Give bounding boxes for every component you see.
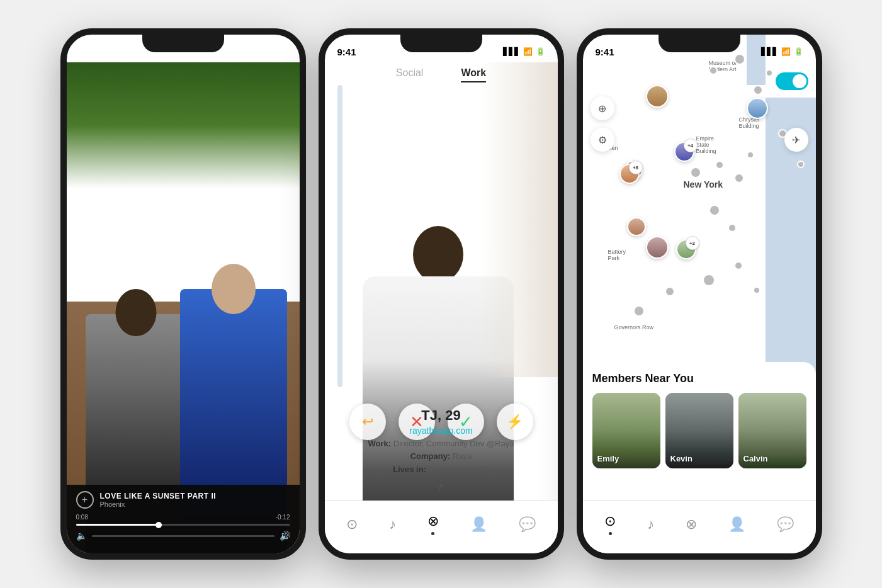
battery-icon-3: 🔋 <box>794 47 803 56</box>
bottom-nav-3: ⊙ ♪ ⊗ 👤 💬 <box>583 500 816 553</box>
anon-dot-2 <box>709 66 718 75</box>
nav-active-dot-3 <box>609 532 612 535</box>
anon-dot-9 <box>709 205 720 216</box>
volume-min-icon: 🔈 <box>76 531 87 541</box>
nav-user-3[interactable]: 👤 <box>728 516 745 533</box>
avatar-pin-1[interactable] <box>646 85 669 108</box>
nav-profile-3[interactable]: ⊗ <box>686 516 697 533</box>
profile-name: TJ, 29 <box>337 407 545 424</box>
avatar-stack-2[interactable]: +2 <box>676 239 696 259</box>
music-add-btn[interactable]: + <box>76 491 94 509</box>
nav-map-3[interactable]: ⊙ <box>604 513 616 535</box>
artist-name: Phoenix <box>100 500 290 508</box>
avatar-pin-5[interactable] <box>646 236 669 259</box>
tab-row: Social Work <box>325 62 558 88</box>
nav-active-dot-2 <box>431 532 434 535</box>
greenery-overlay <box>67 62 300 188</box>
settings-btn[interactable]: ⚙ <box>591 128 614 152</box>
map-icon-3: ⊙ <box>604 513 616 529</box>
send-btn[interactable]: ✈ <box>784 128 808 152</box>
anon-dot-15 <box>665 286 675 297</box>
anon-dot-3 <box>753 85 763 95</box>
location-toggle[interactable] <box>776 72 808 90</box>
anon-dot-16 <box>633 305 645 317</box>
notch-1 <box>142 35 224 52</box>
profile-work: Work: Director, Community Dev @Raya <box>337 438 545 451</box>
music-icon-2: ♪ <box>389 516 396 533</box>
company-value: Raya <box>453 451 472 461</box>
tab-work[interactable]: Work <box>461 67 486 82</box>
member-card-emily[interactable]: Emily <box>592 393 660 468</box>
avatar-stack-4[interactable]: +4 <box>674 142 694 162</box>
company-label: Company: <box>410 451 451 461</box>
notch-2 <box>400 35 482 52</box>
member-card-calvin[interactable]: Calvin <box>738 393 806 468</box>
profile-info: TJ, 29 rayatheapp.com Work: Director, Co… <box>325 407 558 494</box>
count-plus4: +4 <box>684 139 698 152</box>
anon-dot-7 <box>734 173 744 183</box>
nav-chat-3[interactable]: 💬 <box>777 516 794 533</box>
nav-user-2[interactable]: 👤 <box>470 516 487 533</box>
members-title: Members Near You <box>592 372 806 385</box>
signal-icon: ▋▋▋ <box>503 47 520 56</box>
phone-1: + LOVE LIKE A SUNSET PART II Phoenix 0:0… <box>60 28 306 560</box>
battery-icon: 🔋 <box>536 47 545 56</box>
battery-label: BatteryPark <box>608 249 626 261</box>
notch-3 <box>659 35 740 52</box>
avatar-pin-3[interactable] <box>747 98 768 119</box>
song-title: LOVE LIKE A SUNSET PART II <box>100 492 290 500</box>
nav-profile-2[interactable]: ⊗ <box>427 513 439 535</box>
member-name-kevin: Kevin <box>670 454 693 463</box>
avatar-pin-4[interactable] <box>627 217 646 236</box>
count-plus8: +8 <box>629 161 643 174</box>
progress-fill <box>76 524 162 526</box>
avatar-stack-8[interactable]: +8 <box>619 164 640 184</box>
nav-chat-2[interactable]: 💬 <box>519 516 536 533</box>
profile-company: Company: Raya <box>337 450 545 463</box>
anon-dot-5 <box>690 167 701 178</box>
lives-label: Lives in: <box>393 465 426 474</box>
man-head <box>413 226 463 283</box>
volume-bar[interactable] <box>92 535 274 537</box>
music-player: + LOVE LIKE A SUNSET PART II Phoenix 0:0… <box>67 485 300 553</box>
phone-2: 9:41 ▋▋▋ 📶 🔋 Social Work ↩ ✕ ✓ ⚡ TJ, 29 … <box>319 28 564 560</box>
city-label: New York <box>684 179 723 189</box>
wifi-icon-3: 📶 <box>781 47 791 56</box>
phone-3: 9:41 ▋▋▋ 📶 🔋 New York Hoboken Museum <box>577 28 822 560</box>
members-grid: Emily Kevin Calvin <box>592 393 806 468</box>
chat-icon-3: 💬 <box>777 516 794 533</box>
toggle-dot <box>793 74 806 88</box>
wifi-icon: 📶 <box>523 47 533 56</box>
profile-location: Lives in: Los Angeles, CA <box>337 463 545 477</box>
status-time-3: 9:41 <box>596 47 614 57</box>
empire-label: EmpireStateBuilding <box>696 135 716 154</box>
anon-dot-10 <box>728 223 737 232</box>
lives-value: Los Angeles, CA <box>429 465 489 474</box>
work-label: Work: <box>368 439 392 448</box>
anon-dot-6 <box>715 161 724 169</box>
profile-chevron[interactable]: ∧ <box>337 480 545 494</box>
member-name-emily: Emily <box>597 454 619 463</box>
chat-icon-2: 💬 <box>519 516 536 533</box>
location-btn[interactable]: ⊕ <box>591 96 614 120</box>
nav-music-2[interactable]: ♪ <box>389 516 396 533</box>
anon-dot-4 <box>766 69 773 77</box>
music-title: LOVE LIKE A SUNSET PART II Phoenix <box>100 492 290 508</box>
profile-icon-3: ⊗ <box>686 516 697 533</box>
user-icon-2: 👤 <box>470 516 487 533</box>
status-icons-3: ▋▋▋ 📶 🔋 <box>761 47 803 56</box>
profile-icon-2: ⊗ <box>427 513 439 529</box>
tab-social[interactable]: Social <box>396 67 424 82</box>
progress-dot <box>155 522 162 528</box>
progress-bar[interactable] <box>76 524 290 526</box>
anon-dot-8 <box>747 151 754 159</box>
nav-music-3[interactable]: ♪ <box>647 516 654 533</box>
nav-map-2[interactable]: ⊙ <box>346 516 358 533</box>
signal-icon-3: ▋▋▋ <box>761 47 778 56</box>
member-card-kevin[interactable]: Kevin <box>665 393 733 468</box>
member-name-calvin: Calvin <box>743 454 768 463</box>
profile-website[interactable]: rayatheapp.com <box>337 426 545 436</box>
work-value: Director, Community Dev @Raya <box>393 439 514 448</box>
user-icon-3: 👤 <box>728 516 745 533</box>
anon-dot-12 <box>703 274 715 286</box>
